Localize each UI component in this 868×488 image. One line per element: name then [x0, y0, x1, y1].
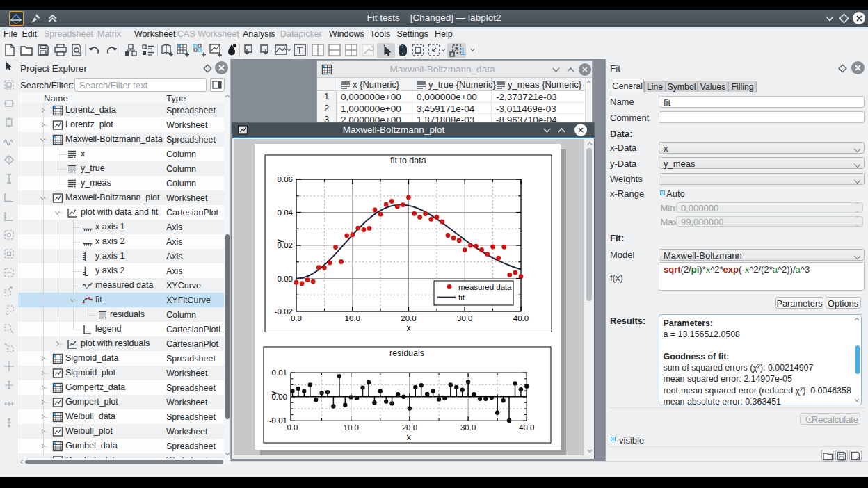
svg-text:20.0: 20.0 [401, 314, 416, 323]
svg-text:0.00: 0.00 [278, 275, 293, 283]
svg-text:residuals: residuals [389, 348, 424, 358]
svg-text:10.0: 10.0 [345, 314, 360, 323]
svg-text:0.01: 0.01 [272, 368, 287, 377]
svg-text:0.04: 0.04 [278, 209, 294, 217]
svg-text:0.0: 0.0 [291, 314, 302, 323]
svg-text:fit: fit [458, 293, 465, 302]
svg-text:y: y [269, 391, 279, 396]
svg-text:30.0: 30.0 [457, 314, 472, 323]
svg-text:-0.01: -0.01 [269, 416, 287, 425]
svg-text:0.0: 0.0 [287, 423, 298, 432]
svg-text:measured data: measured data [458, 283, 512, 291]
svg-text:y: y [275, 239, 284, 243]
svg-text:40.0: 40.0 [519, 423, 534, 432]
svg-text:0.06: 0.06 [278, 175, 293, 184]
svg-text:x: x [407, 432, 411, 442]
svg-text:x: x [407, 323, 411, 333]
svg-text:40.0: 40.0 [513, 314, 529, 323]
svg-text:fit to data: fit to data [390, 156, 426, 165]
svg-text:30.0: 30.0 [460, 423, 476, 432]
svg-text:10.0: 10.0 [344, 423, 359, 432]
svg-text:20.0: 20.0 [402, 423, 417, 432]
